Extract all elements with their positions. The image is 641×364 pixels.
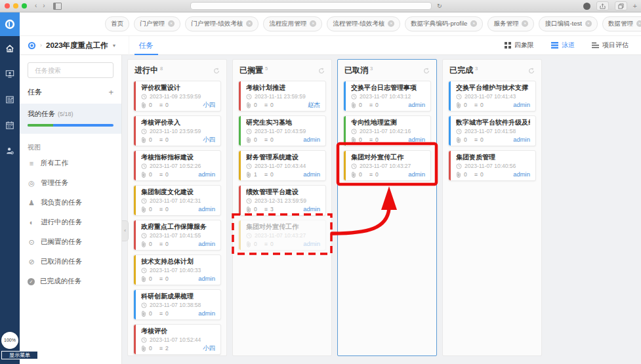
sidebar-view-item[interactable]: ✓ 已完成的任务 <box>20 272 121 291</box>
new-tab-button[interactable]: + <box>633 2 637 10</box>
assignee-link[interactable]: admin <box>198 310 215 317</box>
tab-overview-icon[interactable] <box>615 1 627 10</box>
refresh-icon[interactable] <box>318 68 325 74</box>
task-card[interactable]: 集团对外宣传工作 2023-11-07 10:43:27 0 ≡ 0 admin <box>238 220 326 251</box>
address-bar[interactable] <box>190 2 432 10</box>
close-icon[interactable]: × <box>585 20 592 27</box>
assignee-link[interactable]: admin <box>198 275 215 282</box>
task-card[interactable]: 科研创新成果梳理 2023-11-07 10:38:58 0 ≡ 0 admin <box>133 289 221 320</box>
user-screen-icon[interactable] <box>5 70 14 79</box>
view-quadrant[interactable]: 四象限 <box>496 36 543 55</box>
app-tab[interactable]: 服务管理 × <box>487 16 534 31</box>
zoom-window-button[interactable] <box>22 3 27 9</box>
task-card[interactable]: 考核评价录入 2023-11-10 23:59:59 0 ≡ 0 小四 <box>133 115 221 146</box>
assignee-link[interactable]: admin <box>513 171 530 178</box>
news-icon[interactable] <box>5 95 14 104</box>
app-tab[interactable]: 接口编辑-test × <box>539 16 597 31</box>
task-card[interactable]: 评价权重设计 2023-11-09 23:59:59 0 ≡ 0 小四 <box>133 81 221 111</box>
assignee-link[interactable]: 小四 <box>203 345 215 352</box>
project-selector[interactable]: › 2023年度重点工作 ▼ <box>20 41 117 51</box>
app-tab[interactable]: 流程管理-绩效考核 × <box>327 16 400 31</box>
collapse-panel-handle[interactable]: ‹ <box>122 220 129 241</box>
app-tab[interactable]: 首页 <box>105 16 129 31</box>
task-card[interactable]: 政府重点工作保障服务 2023-11-07 10:41:55 0 ≡ 0 adm… <box>133 220 221 251</box>
zoom-level-badge[interactable]: 100% <box>1 332 18 349</box>
show-menu-button[interactable]: 显示菜单 <box>1 351 38 359</box>
task-card[interactable]: 考核评价 2023-11-07 10:52:44 0 ≡ 2 小四 <box>133 324 221 355</box>
close-icon[interactable]: × <box>388 20 394 27</box>
assignee-link[interactable]: admin <box>408 136 425 143</box>
app-tab[interactable]: 门户管理 × <box>134 16 180 31</box>
add-task-button[interactable]: + <box>108 88 114 96</box>
sidebar-view-item[interactable]: ◎ 管理任务 <box>20 173 121 193</box>
sidebar-view-item[interactable]: ♟ 我负责的任务 <box>20 193 121 212</box>
home-icon[interactable] <box>5 44 14 53</box>
assignee-link[interactable]: admin <box>198 206 215 212</box>
task-card[interactable]: 集团对外宣传工作 2023-11-07 10:43:27 0 ≡ 0 admin <box>343 150 431 181</box>
refresh-icon[interactable] <box>213 68 220 74</box>
checklist-count: 0 <box>270 171 274 178</box>
my-tasks-item[interactable]: 我的任务(5/18) <box>20 104 121 134</box>
close-icon[interactable]: × <box>310 20 316 27</box>
task-card[interactable]: 财务管理系统建设 2023-11-07 10:43:44 1 ≡ 0 admin <box>238 150 326 181</box>
close-icon[interactable]: × <box>246 20 253 27</box>
share-icon[interactable] <box>596 1 609 10</box>
assignee-link[interactable]: 赵杰 <box>308 102 320 108</box>
refresh-icon[interactable] <box>423 68 430 74</box>
close-icon[interactable]: × <box>470 20 477 27</box>
task-title: 科研创新成果梳理 <box>141 293 215 300</box>
sidebar-view-item[interactable]: ⊘ 已取消的任务 <box>20 252 121 272</box>
assignee-link[interactable]: 小四 <box>203 136 215 143</box>
task-card[interactable]: 考核指标指标建设 2023-11-07 10:52:26 0 ≡ 0 admin <box>133 150 221 181</box>
assignee-link[interactable]: admin <box>198 241 215 247</box>
assignee-link[interactable]: admin <box>303 206 320 212</box>
assignee-link[interactable]: admin <box>513 102 530 108</box>
minimize-window-button[interactable] <box>13 3 18 9</box>
assignee-link[interactable]: admin <box>408 102 425 108</box>
sidebar-view-item[interactable]: ⊙ 已搁置的任务 <box>20 232 121 252</box>
sidebar-view-item[interactable]: ≡ 所有工作 <box>20 153 121 173</box>
task-card[interactable]: 交换平台维护与技术支撑 2023-11-07 10:41:43 0 ≡ 0 ad… <box>448 81 536 111</box>
view-evaluation[interactable]: 项目评估 <box>583 36 637 55</box>
calendar-icon[interactable] <box>5 121 14 130</box>
app-tab[interactable]: 数据字典编码-profile × <box>405 16 483 31</box>
task-card[interactable]: 绩效管理平台建设 2023-12-31 23:59:59 0 ≡ 3 admin <box>238 185 326 216</box>
task-card[interactable]: 数字城市平台软件升级及维护 2023-11-07 10:41:58 0 ≡ 0 … <box>448 115 536 146</box>
sidebar-toggle-icon[interactable] <box>53 3 62 10</box>
view-swimlane[interactable]: 泳道 <box>543 36 583 55</box>
task-title: 考核评价 <box>141 327 215 335</box>
assignee-link[interactable]: 小四 <box>203 102 215 108</box>
forward-button[interactable]: › <box>43 3 45 9</box>
reload-icon[interactable]: ↻ <box>437 2 442 10</box>
app-tab[interactable]: 数据管理 × <box>602 16 641 31</box>
assignee-link[interactable]: admin <box>303 136 320 143</box>
task-search[interactable] <box>28 62 114 78</box>
app-logo[interactable] <box>0 12 20 36</box>
task-card[interactable]: 技术支持总体计划 2023-11-07 10:40:33 0 ≡ 0 admin <box>133 254 221 285</box>
refresh-icon[interactable] <box>528 68 535 74</box>
attachment-icon <box>141 207 146 212</box>
sidebar-view-item[interactable]: ◐ 进行中的任务 <box>20 212 121 232</box>
close-icon[interactable]: × <box>636 20 641 27</box>
assignee-link[interactable]: admin <box>303 171 320 178</box>
assignee-link[interactable]: admin <box>408 171 425 178</box>
close-icon[interactable]: × <box>168 20 175 27</box>
close-window-button[interactable] <box>5 3 10 9</box>
close-icon[interactable]: × <box>522 20 528 27</box>
extension-badge-icon[interactable] <box>583 3 590 10</box>
assignee-link[interactable]: admin <box>198 171 215 178</box>
task-card[interactable]: 专向性地理监测 2023-11-07 10:42:16 0 ≡ 0 admin <box>343 115 431 146</box>
task-card[interactable]: 交换平台日志管理事项 2023-11-07 10:43:12 0 ≡ 0 adm… <box>343 81 431 111</box>
task-card[interactable]: 考核计划推进 2023-11-11 23:59:59 0 ≡ 0 赵杰 <box>238 81 326 111</box>
user-settings-icon[interactable] <box>5 146 14 155</box>
assignee-link[interactable]: admin <box>513 136 530 143</box>
task-card[interactable]: 集团资质管理 2023-11-07 10:40:56 0 ≡ 0 admin <box>448 150 536 181</box>
app-tab[interactable]: 门户管理-绩效考核 × <box>185 16 258 31</box>
app-tab[interactable]: 流程应用管理 × <box>263 16 322 31</box>
task-search-input[interactable] <box>33 66 108 75</box>
task-card[interactable]: 集团制度文化建设 2023-11-07 10:42:31 0 ≡ 0 admin <box>133 185 221 216</box>
task-card[interactable]: 研究生实习基地 2023-11-07 10:43:59 0 ≡ 0 admin <box>238 115 326 146</box>
tab-tasks[interactable]: 任务 <box>129 36 163 55</box>
back-button[interactable]: ‹ <box>35 3 37 9</box>
assignee-link[interactable]: admin <box>303 241 320 247</box>
